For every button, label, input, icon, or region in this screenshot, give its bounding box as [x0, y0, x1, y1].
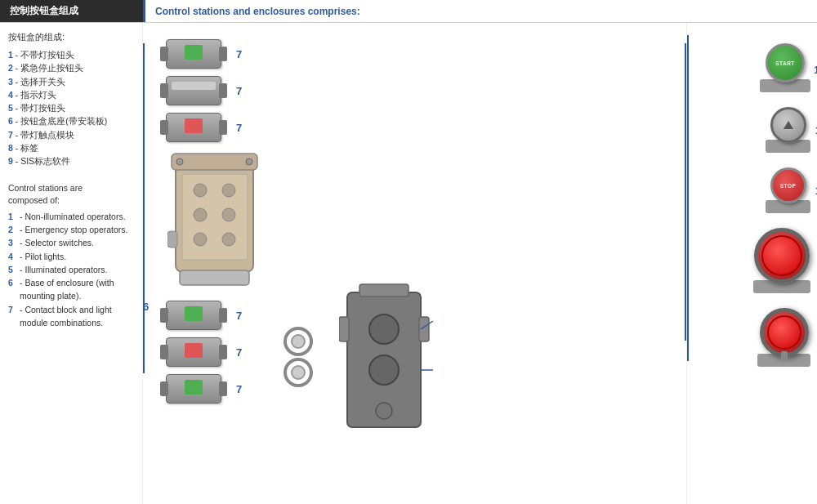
- en-item-5: 5- Illuminated operators.: [8, 263, 134, 276]
- contact-block-5: [166, 337, 221, 367]
- blue-line-left: [143, 43, 145, 373]
- chinese-item-3: 3 - 选择开关头: [8, 75, 134, 88]
- svg-rect-22: [339, 317, 349, 341]
- chinese-item-9: 9 - SIS标志软件: [8, 154, 134, 167]
- enclosure-svg: [167, 149, 261, 292]
- header-right-label: Control stations and enclosures comprise…: [143, 0, 370, 22]
- svg-rect-21: [359, 284, 408, 297]
- prong-left-1: [160, 47, 168, 61]
- svg-rect-11: [167, 231, 177, 248]
- stop-button-wrapper: STOP 1: [766, 167, 810, 213]
- estop-small-container: 2: [760, 308, 809, 357]
- contact-block-4: [166, 301, 221, 330]
- contact-block-row-6: 7: [159, 374, 242, 404]
- base-plate: [339, 276, 445, 441]
- prong-right-1: [219, 47, 227, 61]
- svg-point-6: [222, 184, 235, 197]
- chinese-item-7: 7 - 带灯触点模块: [8, 128, 134, 141]
- svg-point-19: [369, 355, 399, 385]
- label-6: 6: [143, 301, 149, 313]
- badge-1-start: 1: [814, 65, 817, 76]
- estop-small-inner: [767, 315, 801, 350]
- prong-left-6: [160, 381, 168, 396]
- cb-green-6: [166, 374, 221, 404]
- contact-block-2: [166, 76, 221, 105]
- prong-right-5: [219, 345, 227, 359]
- contact-block-row-2: 7: [159, 76, 242, 105]
- svg-point-10: [222, 233, 235, 246]
- contact-block-row-5: 7: [159, 337, 242, 367]
- label-7-2: 7: [236, 85, 242, 97]
- en-item-1: 1- Non-illuminated operators.: [8, 210, 134, 223]
- estop-inner: [761, 235, 802, 276]
- cb-green-4: [166, 301, 221, 330]
- svg-point-3: [246, 158, 252, 165]
- cb-red-3: [166, 113, 221, 142]
- svg-rect-12: [180, 270, 249, 285]
- svg-rect-4: [182, 174, 248, 260]
- chinese-item-1: 1 - 不带灯按钮头: [8, 48, 134, 61]
- contact-block-1: [166, 39, 221, 69]
- en-item-3: 3- Selector switches.: [8, 236, 134, 249]
- prong-left-5: [160, 345, 168, 359]
- english-title: Control stations and enclosures comprise…: [155, 6, 360, 17]
- arrow-button: [770, 107, 806, 143]
- prong-right-6: [219, 381, 227, 396]
- chinese-title: 控制按钮盒组成: [10, 4, 78, 18]
- prong-left-3: [160, 120, 168, 135]
- start-button: START: [766, 43, 805, 83]
- svg-point-8: [222, 208, 235, 221]
- svg-point-18: [369, 314, 399, 344]
- contact-block-3: [166, 113, 221, 142]
- prong-left-4: [160, 308, 168, 323]
- label-7-6: 7: [236, 383, 242, 395]
- start-button-container: START 1: [766, 43, 805, 83]
- chinese-item-5: 5 - 带灯按钮头: [8, 101, 134, 114]
- label-7-4: 7: [236, 310, 242, 322]
- prong-left-2: [160, 83, 168, 98]
- prong-right-4: [219, 308, 227, 323]
- label-7-3: 7: [236, 122, 242, 134]
- start-label: START: [775, 60, 795, 66]
- start-button-wrapper: START 1: [760, 43, 810, 92]
- enclosure-drawing: [167, 149, 261, 294]
- chinese-item-2: 2 - 紧急停止按钮头: [8, 61, 134, 74]
- base-plate-svg: [339, 276, 445, 439]
- header-left-label: 控制按钮盒组成: [0, 0, 143, 22]
- contact-block-row-4: 7: [159, 301, 242, 330]
- mounting-rings: [274, 325, 339, 400]
- svg-point-2: [176, 158, 183, 165]
- chinese-item-6: 6 - 按钮盒底座(带安装板): [8, 114, 134, 127]
- page-header: 控制按钮盒组成 Control stations and enclosures …: [0, 0, 817, 23]
- stop-button: STOP: [770, 167, 806, 203]
- svg-point-5: [194, 184, 207, 197]
- svg-point-16: [292, 366, 305, 379]
- prong-right-3: [219, 120, 227, 135]
- en-item-6: 6- Base of enclosure (with mounting plat…: [8, 276, 134, 303]
- svg-rect-23: [419, 317, 429, 341]
- stop-button-container: STOP 1: [770, 167, 806, 203]
- en-item-7: 7- Contact block and light module combin…: [8, 303, 134, 330]
- cb-red-5: [166, 337, 221, 367]
- key-slot: [781, 351, 788, 361]
- contact-block-6: [166, 374, 221, 404]
- right-blue-line: [687, 35, 689, 361]
- en-item-4: 4- Pilot lights.: [8, 250, 134, 263]
- middle-panel: 7 7 7: [143, 23, 686, 504]
- label-7-5: 7: [236, 346, 242, 359]
- estop-large-button: [754, 228, 810, 283]
- cb-plain-2: [166, 76, 221, 105]
- rings-svg: [274, 325, 339, 399]
- chinese-item-4: 4 - 指示灯头: [8, 88, 134, 101]
- left-panel: 按钮盒的组成: 1 - 不带灯按钮头 2 - 紧急停止按钮头 3 - 选择开关头…: [0, 23, 143, 504]
- arrow-button-wrapper: 1: [766, 107, 810, 153]
- stop-label: STOP: [780, 183, 797, 189]
- svg-point-7: [194, 208, 207, 221]
- english-list-title: Control stations arecomposed of:: [8, 182, 134, 206]
- estop-large-container: 2: [754, 228, 810, 283]
- estop-small-wrapper: 2: [757, 308, 810, 367]
- en-item-2: 2- Emergency stop operators.: [8, 223, 134, 236]
- svg-point-9: [194, 233, 207, 246]
- arrow-icon: [784, 121, 793, 129]
- svg-point-20: [376, 403, 392, 419]
